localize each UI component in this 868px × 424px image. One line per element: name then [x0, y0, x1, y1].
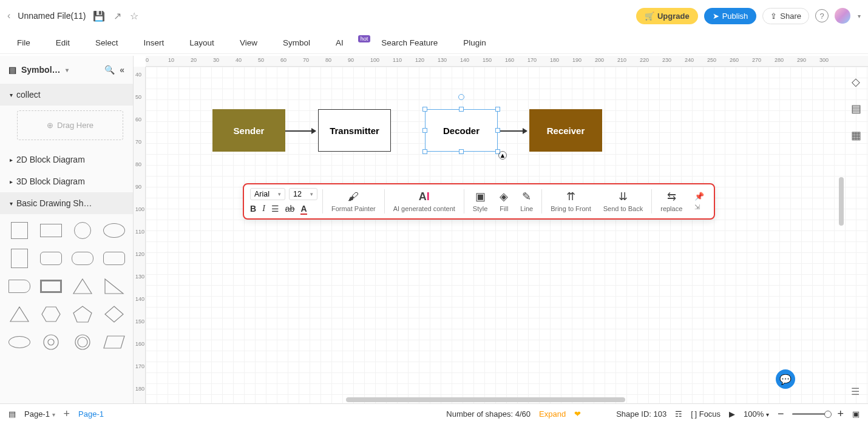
ctx-line[interactable]: ✎Line: [517, 190, 537, 212]
back-icon[interactable]: ‹: [7, 10, 10, 21]
menu-insert[interactable]: Insert: [144, 38, 164, 47]
focus-button[interactable]: [ ] Focus: [691, 409, 721, 419]
page-tab-1[interactable]: Page-1: [78, 409, 104, 419]
resize-handle-ne[interactable]: [495, 107, 500, 112]
resize-handle-e[interactable]: [495, 128, 500, 133]
ctx-italic[interactable]: I: [262, 204, 265, 215]
shape-triangle-2[interactable]: [6, 303, 33, 326]
pin-icon[interactable]: 📌: [694, 192, 704, 201]
ctx-bring-front[interactable]: ⇈Bring to Front: [547, 190, 595, 212]
node-sender[interactable]: Sender: [212, 109, 285, 152]
ctx-strike[interactable]: ab: [285, 204, 295, 215]
search-icon[interactable]: 🔍: [104, 65, 115, 75]
category-collect[interactable]: ▾collect: [0, 84, 133, 106]
canvas[interactable]: Sender Transmitter Decoder ▲ Receiver: [146, 67, 868, 403]
ctx-style[interactable]: ▣Style: [469, 190, 491, 212]
upgrade-button[interactable]: 🛒Upgrade: [636, 8, 698, 24]
resize-handle-n[interactable]: [459, 107, 464, 112]
pages-icon[interactable]: ▤: [8, 409, 16, 419]
ctx-size-select[interactable]: 12▾: [289, 188, 317, 200]
chat-button[interactable]: 💬: [776, 369, 795, 389]
fullscreen-icon[interactable]: ▣: [852, 409, 860, 419]
resize-handle-w[interactable]: [422, 128, 427, 133]
shape-triangle[interactable]: [69, 275, 96, 298]
zoom-out-button[interactable]: −: [778, 408, 784, 420]
resize-handle-sw[interactable]: [422, 149, 427, 154]
collapse-panel-icon[interactable]: «: [120, 65, 124, 75]
shape-pentagon[interactable]: [69, 303, 96, 326]
ctx-align[interactable]: ☰: [271, 204, 279, 215]
drag-here-zone[interactable]: ⊕Drag Here: [17, 110, 123, 140]
shape-donut[interactable]: [38, 331, 64, 354]
page-select[interactable]: Page-1 ▾: [24, 409, 55, 419]
shape-hexagon[interactable]: [38, 303, 64, 326]
ctx-font-select[interactable]: Arial▾: [250, 188, 285, 200]
shape-rectangle[interactable]: [38, 219, 64, 242]
arrow-sender-transmitter[interactable]: [285, 130, 316, 132]
node-transmitter[interactable]: Transmitter: [318, 109, 391, 152]
grid-panel-icon[interactable]: ▦: [851, 129, 861, 142]
shape-square[interactable]: [6, 219, 33, 242]
menu-file[interactable]: File: [17, 38, 30, 47]
menu-ai[interactable]: AIhot: [336, 38, 356, 47]
library-icon[interactable]: ▤: [8, 65, 16, 75]
presentation-icon[interactable]: ▶: [729, 409, 735, 419]
zoom-slider[interactable]: [792, 413, 829, 415]
save-icon[interactable]: 💾: [93, 10, 105, 22]
shape-ring[interactable]: [69, 331, 96, 354]
publish-button[interactable]: ➤Publish: [704, 8, 757, 24]
shape-right-triangle[interactable]: [101, 275, 127, 298]
export-icon[interactable]: ↗: [114, 10, 121, 22]
horizontal-scrollbar-thumb[interactable]: [346, 397, 625, 402]
ctx-bold[interactable]: B: [250, 204, 256, 215]
expand-ctx-icon[interactable]: ⇲: [694, 203, 704, 211]
help-icon[interactable]: ?: [815, 9, 829, 22]
add-page-button[interactable]: +: [64, 408, 70, 420]
menu-select[interactable]: Select: [95, 38, 118, 47]
ctx-replace[interactable]: ⇆replace: [657, 190, 686, 212]
heart-icon[interactable]: ❤: [574, 409, 581, 419]
shape-square-2[interactable]: [6, 247, 33, 270]
shape-diamond[interactable]: [101, 303, 127, 326]
fill-panel-icon[interactable]: ◇: [852, 75, 860, 89]
menu-plugin[interactable]: Plugin: [463, 38, 486, 47]
ctx-font-color[interactable]: A: [300, 204, 307, 215]
zoom-in-button[interactable]: +: [837, 408, 844, 420]
shape-rounded-rect-2[interactable]: [69, 247, 96, 270]
ctx-format-painter[interactable]: 🖌Format Painter: [328, 190, 379, 212]
category-basic-shapes[interactable]: ▾Basic Drawing Sh…: [0, 192, 133, 214]
shape-rounded-rect-3[interactable]: [101, 247, 127, 270]
menu-search[interactable]: Search Feature: [381, 38, 438, 47]
shape-oval[interactable]: [6, 331, 33, 354]
panel-dropdown-icon[interactable]: ▾: [66, 67, 69, 73]
properties-panel-icon[interactable]: ▤: [851, 102, 861, 115]
category-3d-block[interactable]: ▸3D Block Diagram: [0, 170, 133, 192]
file-name[interactable]: Unnamed File(11): [18, 11, 86, 21]
ctx-fill[interactable]: ◈Fill: [496, 190, 512, 212]
zoom-value[interactable]: 100% ▾: [744, 409, 769, 419]
profile-dropdown-icon[interactable]: ▾: [858, 13, 861, 19]
node-receiver[interactable]: Receiver: [529, 109, 602, 152]
menu-layout[interactable]: Layout: [189, 38, 214, 47]
shape-callout[interactable]: [6, 275, 33, 298]
shape-frame[interactable]: [38, 275, 64, 298]
resize-handle-nw[interactable]: [422, 107, 427, 112]
menu-edit[interactable]: Edit: [56, 38, 70, 47]
star-icon[interactable]: ☆: [130, 10, 138, 22]
node-decoder[interactable]: Decoder ▲: [425, 109, 498, 152]
expand-link[interactable]: Expand: [539, 409, 566, 419]
shape-rounded-rect[interactable]: [38, 247, 64, 270]
ctx-ai-content[interactable]: AIAI generated content: [390, 190, 459, 212]
menu-symbol[interactable]: Symbol: [283, 38, 310, 47]
arrow-decoder-receiver[interactable]: [498, 130, 527, 132]
resize-corner-icon[interactable]: ☰: [851, 386, 860, 397]
category-2d-block[interactable]: ▸2D Block Diagram: [0, 149, 133, 170]
vertical-scrollbar[interactable]: [839, 177, 844, 226]
layers-icon[interactable]: ☶: [675, 409, 682, 419]
shape-circle[interactable]: [69, 219, 96, 242]
ctx-send-back[interactable]: ⇊Send to Back: [600, 190, 646, 212]
rotate-handle[interactable]: [458, 94, 464, 100]
share-button[interactable]: ⇪Share: [762, 8, 809, 24]
horizontal-scrollbar-track[interactable]: [146, 396, 838, 403]
menu-view[interactable]: View: [240, 38, 257, 47]
